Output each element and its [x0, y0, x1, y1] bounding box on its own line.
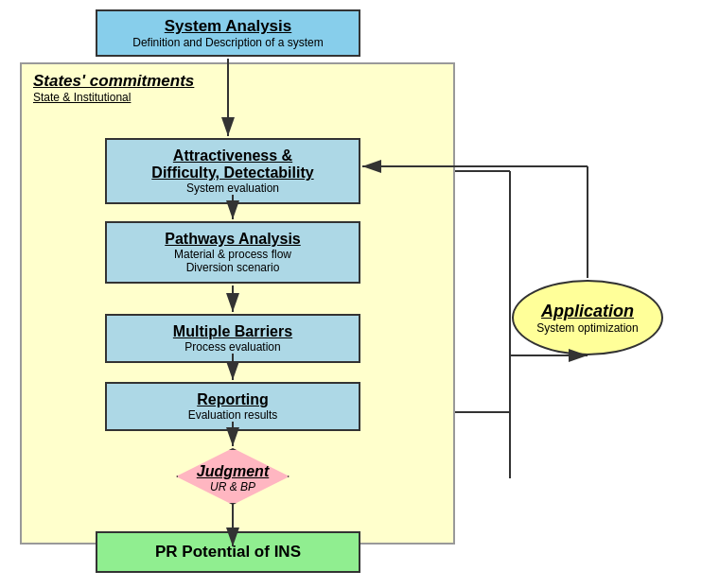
application-ellipse: Application System optimization [512, 280, 663, 355]
reporting-sub: Evaluation results [116, 408, 349, 422]
states-title: States' commitments [33, 72, 194, 91]
pathways-sub1: Material & process flow [116, 248, 349, 261]
application-sub: System optimization [536, 321, 638, 335]
pathways-sub2: Diversion scenario [116, 261, 349, 274]
states-box: States' commitments State & Institutiona… [27, 70, 200, 106]
attractiveness-title: Attractiveness & [116, 147, 349, 164]
system-analysis-subtitle: Definition and Description of a system [107, 36, 349, 49]
application-title: Application [541, 302, 634, 321]
pr-potential-box: PR Potential of INS [96, 531, 360, 573]
pathways-title: Pathways Analysis [116, 231, 349, 248]
pr-label: PR Potential of INS [155, 543, 301, 561]
system-analysis-title: System Analysis [107, 17, 349, 36]
system-analysis-box: System Analysis Definition and Descripti… [96, 9, 360, 57]
multiple-sub: Process evaluation [116, 340, 349, 354]
multiple-title: Multiple Barriers [116, 323, 349, 340]
attractiveness-box: Attractiveness & Difficulty, Detectabili… [105, 138, 360, 204]
reporting-box: Reporting Evaluation results [105, 382, 360, 431]
reporting-title: Reporting [116, 391, 349, 408]
states-subtitle: State & Institutional [33, 91, 194, 104]
pathways-box: Pathways Analysis Material & process flo… [105, 221, 360, 284]
attractiveness-title2: Difficulty, Detectability [116, 164, 349, 182]
attractiveness-sub: System evaluation [116, 182, 349, 195]
multiple-barriers-box: Multiple Barriers Process evaluation [105, 314, 360, 363]
